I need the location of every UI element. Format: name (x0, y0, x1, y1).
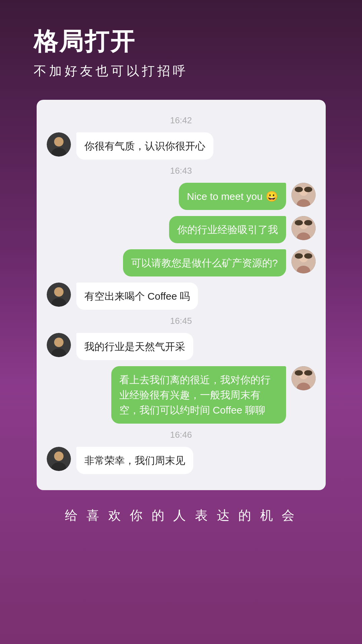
message-bubble: 非常荣幸，我们周末见 (76, 447, 193, 474)
timestamp: 16:46 (47, 430, 316, 440)
message-bubble: 可以请教您是做什么矿产资源的? (123, 249, 286, 276)
footer-text: 给 喜 欢 你 的 人 表 达 的 机 会 (65, 507, 297, 544)
message-bubble: Nice to meet you 😀 (179, 183, 286, 210)
svg-point-11 (295, 220, 303, 225)
svg-point-16 (295, 253, 303, 259)
avatar (291, 366, 316, 390)
message-bubble: 我的行业是天然气开采 (76, 333, 193, 360)
message-bubble: 你的行业经验吸引了我 (169, 216, 286, 243)
svg-point-30 (54, 452, 64, 461)
avatar (291, 249, 316, 273)
message-row: Nice to meet you 😀 (47, 183, 316, 210)
message-row: 我的行业是天然气开采 (47, 333, 316, 360)
timestamp: 16:43 (47, 166, 316, 176)
message-row: 可以请教您是做什么矿产资源的? (47, 249, 316, 276)
message-bubble: 看上去我们离的很近，我对你的行业经验很有兴趣，一般我周末有空，我们可以约时间 C… (111, 366, 286, 424)
message-row: 你很有气质，认识你很开心 (47, 132, 316, 160)
svg-point-22 (54, 338, 64, 347)
svg-point-27 (295, 370, 303, 376)
svg-point-6 (295, 187, 303, 192)
svg-point-28 (304, 370, 312, 376)
message-bubble: 你很有气质，认识你很开心 (76, 132, 213, 160)
avatar (291, 216, 316, 240)
svg-point-17 (304, 253, 312, 259)
message-row: 有空出来喝个 Coffee 吗 (47, 283, 316, 310)
avatar (47, 283, 71, 307)
chat-container: 16:42 你很有气质，认识你很开心16:43 Nice to meet you… (37, 100, 326, 490)
svg-point-12 (304, 220, 312, 225)
timestamp: 16:45 (47, 316, 316, 326)
svg-point-19 (54, 287, 64, 297)
avatar (47, 132, 71, 157)
avatar (47, 333, 71, 357)
message-row: 非常荣幸，我们周末见 (47, 447, 316, 474)
svg-point-7 (304, 187, 312, 192)
subheadline: 不加好友也可以打招呼 (34, 62, 328, 80)
message-bubble: 有空出来喝个 Coffee 吗 (76, 283, 198, 310)
message-row: 看上去我们离的很近，我对你的行业经验很有兴趣，一般我周末有空，我们可以约时间 C… (47, 366, 316, 424)
timestamp: 16:42 (47, 115, 316, 126)
headline: 格局打开 (34, 27, 328, 56)
top-section: 格局打开 不加好友也可以打招呼 (0, 0, 362, 93)
avatar (291, 183, 316, 207)
avatar (47, 447, 71, 471)
message-row: 你的行业经验吸引了我 (47, 216, 316, 243)
svg-point-1 (54, 137, 64, 146)
